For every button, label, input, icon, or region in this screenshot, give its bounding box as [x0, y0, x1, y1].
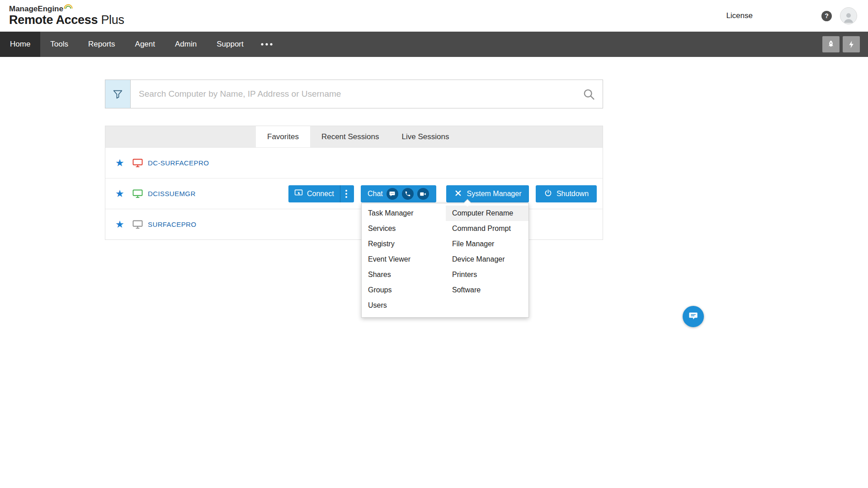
chat-button[interactable]: Chat [361, 185, 436, 202]
product-title-main: Remote Access [9, 13, 98, 27]
nav-item-reports[interactable]: Reports [78, 32, 125, 57]
tab-live-sessions[interactable]: Live Sessions [391, 126, 461, 147]
shutdown-button-label: Shutdown [557, 190, 589, 198]
video-call-icon[interactable] [417, 188, 429, 200]
chat-button-label: Chat [368, 190, 383, 198]
computer-search-bar [105, 80, 603, 108]
shutdown-button[interactable]: Shutdown [536, 185, 597, 202]
menu-item-printers[interactable]: Printers [446, 267, 528, 282]
menu-item-services[interactable]: Services [362, 221, 446, 236]
computer-row-dc-surfacepro[interactable]: ★ DC-SURFACEPRO [105, 147, 603, 178]
page: ManageEngine Remote Access Plus License … [0, 0, 868, 488]
computer-name-link[interactable]: SURFACEPRO [148, 221, 196, 228]
nav-more-menu-icon[interactable] [254, 32, 280, 57]
menu-item-device-manager[interactable]: Device Manager [446, 252, 528, 267]
system-manager-button-label: System Manager [467, 190, 522, 198]
chat-fab-icon [688, 311, 698, 323]
brand-logo: ManageEngine Remote Access Plus [9, 5, 124, 27]
screen-cursor-icon [294, 189, 303, 199]
menu-item-groups[interactable]: Groups [362, 282, 446, 298]
live-chat-fab[interactable] [683, 306, 704, 327]
search-input[interactable] [131, 80, 575, 108]
brand-swoosh-icon [63, 4, 74, 12]
nav-item-tools[interactable]: Tools [40, 32, 78, 57]
connect-button[interactable]: Connect [288, 185, 354, 202]
computer-name-link[interactable]: DC-SURFACEPRO [148, 159, 209, 167]
crossed-tools-icon [454, 189, 462, 199]
favorite-star-icon[interactable]: ★ [115, 189, 132, 199]
menu-item-task-manager[interactable]: Task Manager [362, 206, 446, 221]
menu-item-event-viewer[interactable]: Event Viewer [362, 252, 446, 267]
connect-button-label: Connect [307, 190, 334, 198]
quick-action-bolt-icon[interactable] [843, 36, 860, 52]
nav-item-agent[interactable]: Agent [125, 32, 165, 57]
system-manager-dropdown: Task Manager Services Registry Event Vie… [361, 203, 529, 318]
header-right: License ? [726, 7, 857, 24]
avatar[interactable] [840, 7, 857, 24]
brand-manageengine: ManageEngine [9, 5, 124, 13]
dropdown-column-1: Task Manager Services Registry Event Vie… [362, 206, 446, 313]
tab-favorites[interactable]: Favorites [256, 126, 310, 147]
search-icon[interactable] [575, 80, 603, 108]
menu-item-file-manager[interactable]: File Manager [446, 236, 528, 252]
nav-item-support[interactable]: Support [207, 32, 254, 57]
sessions-tabbar: Favorites Recent Sessions Live Sessions [105, 126, 603, 147]
product-title-suffix: Plus [98, 13, 124, 27]
dropdown-column-2: Computer Rename Command Prompt File Mana… [446, 206, 528, 313]
favorite-star-icon[interactable]: ★ [115, 220, 132, 230]
nav-item-admin[interactable]: Admin [165, 32, 207, 57]
menu-item-registry[interactable]: Registry [362, 236, 446, 252]
filter-icon[interactable] [105, 80, 131, 108]
tab-recent-sessions[interactable]: Recent Sessions [310, 126, 391, 147]
person-icon [842, 10, 855, 24]
nav-right-actions [822, 32, 868, 57]
license-link[interactable]: License [726, 11, 753, 20]
favorite-star-icon[interactable]: ★ [115, 158, 132, 168]
menu-item-command-prompt[interactable]: Command Prompt [446, 221, 528, 236]
computer-monitor-icon [132, 159, 148, 168]
menu-item-computer-rename[interactable]: Computer Rename [446, 206, 528, 221]
computer-monitor-icon [132, 220, 148, 229]
rocket-icon[interactable] [822, 36, 840, 52]
connect-more-options-icon[interactable] [340, 185, 353, 202]
system-manager-button[interactable]: System Manager [446, 185, 529, 202]
nav-item-home[interactable]: Home [0, 32, 40, 57]
menu-item-shares[interactable]: Shares [362, 267, 446, 282]
menu-item-users[interactable]: Users [362, 298, 446, 313]
help-icon[interactable]: ? [821, 11, 832, 21]
computer-name-link[interactable]: DCISSUEMGR [148, 190, 196, 197]
product-title: Remote Access Plus [9, 13, 124, 27]
brand-manageengine-text: ManageEngine [9, 5, 63, 13]
main-nav: Home Tools Reports Agent Admin Support [0, 32, 868, 57]
tabbar-spacer [105, 126, 256, 147]
power-icon [544, 189, 552, 199]
app-header: ManageEngine Remote Access Plus License … [0, 0, 868, 32]
voice-call-icon[interactable] [402, 188, 414, 200]
menu-item-software[interactable]: Software [446, 282, 528, 298]
computer-monitor-icon [132, 189, 148, 198]
chat-bubble-icon[interactable] [387, 188, 398, 200]
